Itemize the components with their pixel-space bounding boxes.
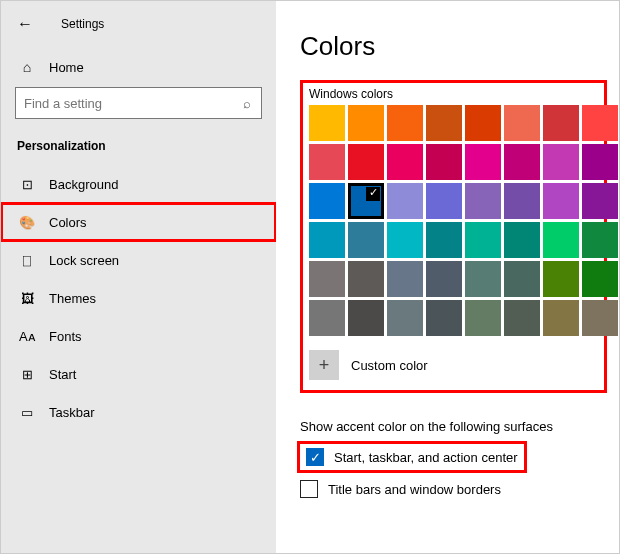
color-swatch[interactable] [465, 183, 501, 219]
checkbox-start-taskbar[interactable]: Start, taskbar, and action center [300, 444, 524, 470]
sidebar-item-background[interactable]: ⊡Background [1, 165, 276, 203]
color-swatch[interactable] [387, 144, 423, 180]
color-swatch[interactable] [426, 183, 462, 219]
color-swatch[interactable] [348, 183, 384, 219]
nav-label: Colors [49, 215, 87, 230]
color-swatch[interactable] [426, 144, 462, 180]
color-swatch[interactable] [309, 222, 345, 258]
checkbox-label: Start, taskbar, and action center [334, 450, 518, 465]
search-icon: ⌕ [233, 96, 261, 111]
color-swatch[interactable] [582, 105, 618, 141]
color-swatch[interactable] [543, 144, 579, 180]
nav-label: Background [49, 177, 118, 192]
color-swatch[interactable] [582, 300, 618, 336]
color-swatch[interactable] [348, 261, 384, 297]
color-swatch[interactable] [504, 144, 540, 180]
panel-label: Windows colors [309, 87, 598, 105]
checkbox-icon[interactable] [306, 448, 324, 466]
color-swatch[interactable] [426, 222, 462, 258]
nav-label: Fonts [49, 329, 82, 344]
home-label: Home [49, 60, 84, 75]
nav-icon: ▭ [19, 405, 35, 420]
color-swatch[interactable] [309, 105, 345, 141]
color-swatch[interactable] [465, 222, 501, 258]
main-pane: Colors Windows colors + Custom color Sho… [276, 1, 619, 553]
color-swatch[interactable] [465, 261, 501, 297]
color-swatch[interactable] [543, 261, 579, 297]
page-title: Colors [300, 31, 607, 62]
checkbox-icon[interactable] [300, 480, 318, 498]
color-swatch[interactable] [465, 144, 501, 180]
color-swatch-grid [309, 105, 598, 336]
nav-label: Taskbar [49, 405, 95, 420]
color-swatch[interactable] [387, 105, 423, 141]
sidebar-item-taskbar[interactable]: ▭Taskbar [1, 393, 276, 431]
nav-label: Themes [49, 291, 96, 306]
nav-icon: Aᴀ [19, 329, 35, 344]
home-button[interactable]: ⌂ Home [1, 49, 276, 87]
color-swatch[interactable] [387, 261, 423, 297]
color-swatch[interactable] [309, 183, 345, 219]
search-box[interactable]: ⌕ [15, 87, 262, 119]
nav-icon: ⊞ [19, 367, 35, 382]
color-swatch[interactable] [582, 261, 618, 297]
nav-icon: 🎨 [19, 215, 35, 230]
custom-color-label: Custom color [351, 358, 428, 373]
color-swatch[interactable] [504, 105, 540, 141]
nav-icon: ⎕ [19, 253, 35, 268]
color-swatch[interactable] [465, 300, 501, 336]
checkbox-titlebars[interactable]: Title bars and window borders [300, 480, 607, 498]
color-swatch[interactable] [348, 144, 384, 180]
color-swatch[interactable] [465, 105, 501, 141]
sidebar-item-start[interactable]: ⊞Start [1, 355, 276, 393]
color-swatch[interactable] [309, 261, 345, 297]
sidebar-item-colors[interactable]: 🎨Colors [1, 203, 276, 241]
color-swatch[interactable] [309, 300, 345, 336]
color-swatch[interactable] [543, 183, 579, 219]
color-swatch[interactable] [426, 105, 462, 141]
color-swatch[interactable] [426, 300, 462, 336]
color-swatch[interactable] [426, 261, 462, 297]
windows-colors-panel: Windows colors + Custom color [300, 80, 607, 393]
color-swatch[interactable] [582, 183, 618, 219]
nav-label: Start [49, 367, 76, 382]
color-swatch[interactable] [348, 105, 384, 141]
nav-icon: ⊡ [19, 177, 35, 192]
color-swatch[interactable] [543, 300, 579, 336]
sidebar-item-lock-screen[interactable]: ⎕Lock screen [1, 241, 276, 279]
color-swatch[interactable] [387, 300, 423, 336]
color-swatch[interactable] [504, 222, 540, 258]
color-swatch[interactable] [582, 144, 618, 180]
custom-color-row[interactable]: + Custom color [309, 350, 598, 380]
plus-icon[interactable]: + [309, 350, 339, 380]
sidebar-item-themes[interactable]: 🖼Themes [1, 279, 276, 317]
search-input[interactable] [16, 96, 233, 111]
color-swatch[interactable] [543, 105, 579, 141]
color-swatch[interactable] [348, 222, 384, 258]
checkbox-label: Title bars and window borders [328, 482, 501, 497]
color-swatch[interactable] [309, 144, 345, 180]
color-swatch[interactable] [504, 183, 540, 219]
home-icon: ⌂ [19, 59, 35, 75]
settings-sidebar: ← Settings ⌂ Home ⌕ Personalization ⊡Bac… [1, 1, 276, 553]
accent-surfaces-label: Show accent color on the following surfa… [300, 419, 607, 434]
sidebar-item-fonts[interactable]: AᴀFonts [1, 317, 276, 355]
nav-list: ⊡Background🎨Colors⎕Lock screen🖼ThemesAᴀF… [1, 165, 276, 431]
group-label: Personalization [1, 133, 276, 165]
color-swatch[interactable] [504, 261, 540, 297]
color-swatch[interactable] [387, 222, 423, 258]
back-arrow-icon[interactable]: ← [17, 15, 33, 33]
color-swatch[interactable] [582, 222, 618, 258]
nav-label: Lock screen [49, 253, 119, 268]
color-swatch[interactable] [543, 222, 579, 258]
color-swatch[interactable] [504, 300, 540, 336]
nav-icon: 🖼 [19, 291, 35, 306]
sidebar-topbar: ← Settings [1, 1, 276, 41]
color-swatch[interactable] [387, 183, 423, 219]
window-title: Settings [61, 17, 104, 31]
color-swatch[interactable] [348, 300, 384, 336]
